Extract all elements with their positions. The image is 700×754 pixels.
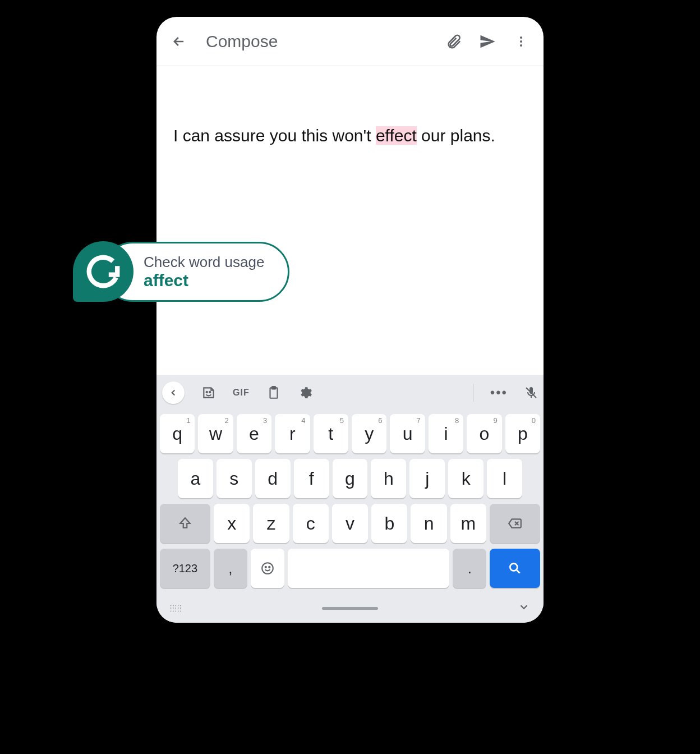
key-superscript: 0 [532, 416, 536, 425]
keyboard-hide-button[interactable] [518, 601, 530, 615]
arrow-left-icon [171, 34, 187, 49]
paperclip-icon [445, 33, 462, 50]
svg-point-10 [269, 567, 270, 568]
key-superscript: 9 [493, 416, 497, 425]
page-title: Compose [206, 32, 431, 51]
mic-off-button[interactable] [524, 386, 538, 399]
backspace-key[interactable] [490, 504, 540, 543]
message-before: I can assure you this won't [173, 126, 376, 145]
suggestion-bubble[interactable]: Check word usage affect [73, 241, 289, 302]
key-l[interactable]: l [487, 459, 522, 498]
key-e[interactable]: e3 [237, 414, 271, 453]
keyboard-row-2: asdfghjkl [160, 459, 540, 498]
chevron-down-icon [518, 601, 530, 613]
key-superscript: 1 [186, 416, 190, 425]
backspace-icon [506, 516, 523, 531]
key-superscript: 6 [378, 416, 382, 425]
toolbar-divider [473, 384, 473, 402]
suggestion-word[interactable]: affect [144, 271, 264, 290]
mic-off-icon [524, 386, 538, 399]
key-w[interactable]: w2 [198, 414, 233, 453]
shift-key[interactable] [160, 504, 210, 543]
key-z[interactable]: z [253, 504, 289, 543]
key-c[interactable]: c [293, 504, 329, 543]
gif-button[interactable]: GIF [233, 388, 250, 398]
send-button[interactable] [476, 30, 499, 53]
more-vert-icon [514, 35, 528, 48]
message-after: our plans. [417, 126, 495, 145]
comma-key[interactable]: , [214, 549, 247, 588]
keyboard-row-1: q1w2e3r4t5y6u7i8o9p0 [160, 414, 540, 453]
home-handle[interactable] [322, 607, 378, 610]
key-superscript: 4 [301, 416, 305, 425]
key-i[interactable]: i8 [429, 414, 463, 453]
svg-point-2 [520, 44, 522, 47]
phone-frame: Compose I can assure you this won't effe… [156, 17, 544, 623]
settings-button[interactable] [298, 385, 312, 400]
svg-point-0 [520, 36, 522, 39]
key-h[interactable]: h [371, 459, 406, 498]
svg-point-1 [520, 40, 522, 43]
key-q[interactable]: q1 [160, 414, 195, 453]
keyboard-grip-icon[interactable]: :::::::::: [170, 606, 182, 610]
more-button[interactable] [510, 30, 532, 53]
key-v[interactable]: v [332, 504, 368, 543]
app-bar: Compose [156, 17, 544, 66]
system-bar: :::::::::: [156, 597, 544, 619]
key-d[interactable]: d [255, 459, 291, 498]
sticker-button[interactable] [201, 385, 216, 400]
shift-icon [178, 516, 192, 531]
keyboard-row-4: ?123 , . [160, 549, 540, 588]
grammarly-icon [73, 241, 133, 302]
keyboard-row-3: xzcvbnm [160, 504, 540, 543]
svg-point-4 [209, 392, 210, 393]
key-y[interactable]: y6 [352, 414, 386, 453]
compose-body[interactable]: I can assure you this won't effect our p… [156, 66, 544, 375]
key-s[interactable]: s [217, 459, 252, 498]
key-m[interactable]: m [450, 504, 486, 543]
key-n[interactable]: n [411, 504, 446, 543]
svg-point-8 [262, 563, 273, 574]
period-key[interactable]: . [453, 549, 486, 588]
chevron-left-icon [168, 388, 178, 398]
key-r[interactable]: r4 [275, 414, 310, 453]
key-superscript: 3 [263, 416, 267, 425]
svg-point-3 [206, 392, 208, 393]
send-icon [479, 33, 496, 50]
search-key[interactable] [490, 549, 540, 588]
key-g[interactable]: g [333, 459, 368, 498]
key-t[interactable]: t5 [314, 414, 348, 453]
keyboard-rows: q1w2e3r4t5y6u7i8o9p0 asdfghjkl xzcvbnm ?… [156, 411, 544, 597]
key-b[interactable]: b [371, 504, 407, 543]
key-u[interactable]: u7 [390, 414, 425, 453]
key-k[interactable]: k [448, 459, 483, 498]
kb-more-button[interactable]: ••• [490, 385, 508, 401]
key-p[interactable]: p0 [505, 414, 540, 453]
search-icon [508, 561, 522, 576]
flagged-word[interactable]: effect [376, 126, 417, 145]
key-a[interactable]: a [178, 459, 213, 498]
key-x[interactable]: x [214, 504, 250, 543]
clipboard-icon [266, 385, 281, 400]
emoji-key[interactable] [251, 549, 284, 588]
suggestion-label: Check word usage [144, 254, 264, 271]
svg-rect-6 [271, 387, 275, 389]
smile-icon [260, 561, 275, 576]
key-j[interactable]: j [409, 459, 445, 498]
kb-collapse-button[interactable] [162, 381, 185, 404]
symbols-key[interactable]: ?123 [160, 549, 210, 588]
svg-point-9 [265, 567, 266, 568]
grammarly-g-icon [84, 252, 123, 291]
keyboard: GIF ••• q1w2e3r4t5y6u7i8o9p0 asdfghjkl x… [156, 375, 544, 623]
clipboard-button[interactable] [266, 385, 281, 400]
sticker-icon [201, 385, 216, 400]
key-f[interactable]: f [294, 459, 329, 498]
message-text[interactable]: I can assure you this won't effect our p… [173, 122, 527, 149]
key-o[interactable]: o9 [467, 414, 501, 453]
back-button[interactable] [168, 30, 190, 53]
space-key[interactable] [288, 549, 450, 588]
key-superscript: 2 [225, 416, 229, 425]
attach-button[interactable] [443, 30, 465, 53]
key-superscript: 7 [417, 416, 421, 425]
key-superscript: 8 [455, 416, 459, 425]
